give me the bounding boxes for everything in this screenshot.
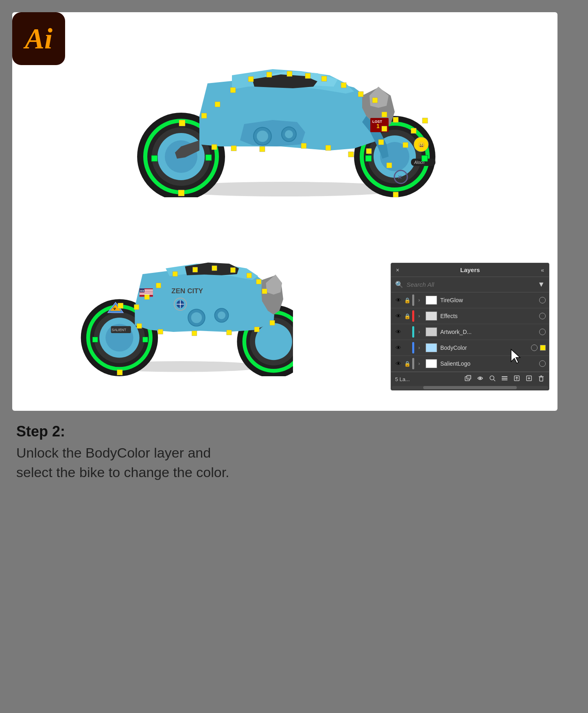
ai-app-icon: Ai xyxy=(12,12,65,65)
svg-rect-103 xyxy=(137,323,142,328)
svg-rect-55 xyxy=(387,163,392,168)
scrollbar-thumb xyxy=(423,386,517,389)
svg-rect-32 xyxy=(305,73,310,78)
layer-row-tireglow[interactable]: 👁 🔒 › TireGlow xyxy=(391,292,549,308)
svg-rect-104 xyxy=(158,329,163,334)
svg-rect-28 xyxy=(230,87,236,93)
svg-point-16 xyxy=(285,130,293,138)
svg-rect-106 xyxy=(227,330,232,335)
bottom-bike-area: ZEN CITY SALIENT ☢ ★★ xyxy=(28,212,541,395)
svg-rect-39 xyxy=(378,140,384,145)
layer-expand-salientlogo[interactable]: › xyxy=(416,361,422,366)
svg-rect-92 xyxy=(173,271,177,276)
bottom-bike-svg: ZEN CITY SALIENT ☢ ★★ xyxy=(69,230,293,376)
svg-rect-116 xyxy=(502,378,507,379)
svg-line-114 xyxy=(494,379,495,381)
layer-lock-tireglow[interactable]: 🔒 xyxy=(404,297,411,303)
layers-panel-footer: 5 La... xyxy=(391,372,549,386)
svg-text:★★: ★★ xyxy=(140,290,144,292)
svg-rect-90 xyxy=(144,294,149,299)
panel-options-icon[interactable] xyxy=(501,375,508,384)
layer-expand-tireglow[interactable]: › xyxy=(416,297,422,303)
svg-point-14 xyxy=(257,131,268,142)
svg-rect-94 xyxy=(212,266,217,270)
svg-rect-50 xyxy=(422,155,428,161)
layer-row-effects[interactable]: 👁 🔒 › Effects xyxy=(391,308,549,324)
layer-lock-salientlogo[interactable]: 🔒 xyxy=(404,361,411,367)
svg-rect-38 xyxy=(382,126,387,131)
svg-rect-102 xyxy=(117,370,122,375)
svg-rect-49 xyxy=(365,155,372,161)
layer-target-artwork[interactable] xyxy=(539,329,546,335)
layer-row-bodycolor[interactable]: 👁 🔒 › BodyColor xyxy=(391,340,549,356)
layer-row-salientlogo[interactable]: 👁 🔒 › SalientLogo xyxy=(391,356,549,372)
svg-rect-52 xyxy=(393,192,398,197)
layer-target-salientlogo[interactable] xyxy=(539,360,546,367)
layer-target-effects[interactable] xyxy=(539,313,546,319)
layer-thumb-effects xyxy=(426,312,437,321)
layer-thumb-bodycolor xyxy=(426,343,437,352)
svg-rect-26 xyxy=(201,113,207,118)
top-bike-area: LOST 1 Aloch 😄 × xyxy=(28,28,541,212)
panel-collapse-button[interactable]: « xyxy=(541,267,544,273)
layer-thumb-tireglow xyxy=(426,296,437,305)
svg-rect-47 xyxy=(205,155,212,161)
layer-name-bodycolor: BodyColor xyxy=(440,345,528,351)
svg-rect-48 xyxy=(178,190,184,196)
svg-rect-31 xyxy=(287,71,292,76)
layer-expand-artwork[interactable]: › xyxy=(416,329,422,335)
collect-icon[interactable] xyxy=(513,375,520,384)
svg-text:ZEN CITY: ZEN CITY xyxy=(171,287,203,295)
svg-text:×: × xyxy=(398,174,402,181)
layers-panel-header: × Layers « xyxy=(391,263,549,277)
svg-rect-107 xyxy=(254,327,259,332)
layer-color-bar-artwork xyxy=(412,326,414,338)
layer-visibility-effects[interactable]: 👁 xyxy=(394,313,402,319)
svg-text:☢: ☢ xyxy=(113,307,116,311)
release-icon[interactable] xyxy=(477,375,484,384)
svg-rect-93 xyxy=(192,267,197,272)
layer-visibility-tireglow[interactable]: 👁 xyxy=(394,297,402,303)
svg-point-113 xyxy=(490,376,494,380)
svg-rect-117 xyxy=(502,379,507,380)
layers-search-bar[interactable]: 🔍 ▼ xyxy=(391,277,549,292)
find-layer-icon[interactable] xyxy=(489,375,496,384)
layer-color-bar-salientlogo xyxy=(412,358,414,369)
layer-thumb-artwork xyxy=(426,327,437,336)
search-icon: 🔍 xyxy=(395,281,403,288)
scrollbar[interactable] xyxy=(392,386,548,389)
panel-close-button[interactable]: × xyxy=(396,267,399,273)
svg-rect-45 xyxy=(151,155,157,161)
svg-rect-84 xyxy=(140,293,153,294)
svg-point-72 xyxy=(191,312,202,323)
filter-icon[interactable]: ▼ xyxy=(538,280,545,289)
delete-layer-icon[interactable] xyxy=(538,375,545,384)
new-layer-icon[interactable] xyxy=(525,375,533,384)
layer-name-tireglow: TireGlow xyxy=(440,297,536,303)
svg-point-70 xyxy=(255,323,292,360)
svg-rect-42 xyxy=(260,146,265,152)
step-text-area: Step 2: Unlock the BodyColor layer andse… xyxy=(12,411,557,486)
layer-target-tireglow[interactable] xyxy=(539,297,546,303)
layer-expand-bodycolor[interactable]: › xyxy=(416,345,422,351)
layer-row-artwork[interactable]: 👁 🔒 › Artwork_D... xyxy=(391,324,549,340)
svg-rect-40 xyxy=(366,148,372,154)
svg-rect-43 xyxy=(231,146,236,151)
make-sublayer-icon[interactable] xyxy=(464,375,472,384)
layer-expand-effects[interactable]: › xyxy=(416,313,422,319)
layer-target-bodycolor[interactable] xyxy=(531,345,538,351)
layer-visibility-salientlogo[interactable]: 👁 xyxy=(394,360,402,367)
layers-count-label: 5 La... xyxy=(395,376,459,382)
search-input[interactable] xyxy=(407,281,534,288)
layer-lock-effects[interactable]: 🔒 xyxy=(404,313,411,319)
layer-visibility-bodycolor[interactable]: 👁 xyxy=(394,345,402,351)
svg-rect-97 xyxy=(256,279,261,284)
svg-rect-36 xyxy=(372,98,378,103)
layers-panel-title: Layers xyxy=(460,266,480,273)
svg-rect-29 xyxy=(248,76,254,82)
svg-rect-27 xyxy=(215,102,220,107)
svg-text:1: 1 xyxy=(376,123,380,129)
layer-visibility-artwork[interactable]: 👁 xyxy=(394,329,402,335)
svg-rect-105 xyxy=(192,331,197,336)
bikes-container: LOST 1 Aloch 😄 × xyxy=(28,28,541,395)
